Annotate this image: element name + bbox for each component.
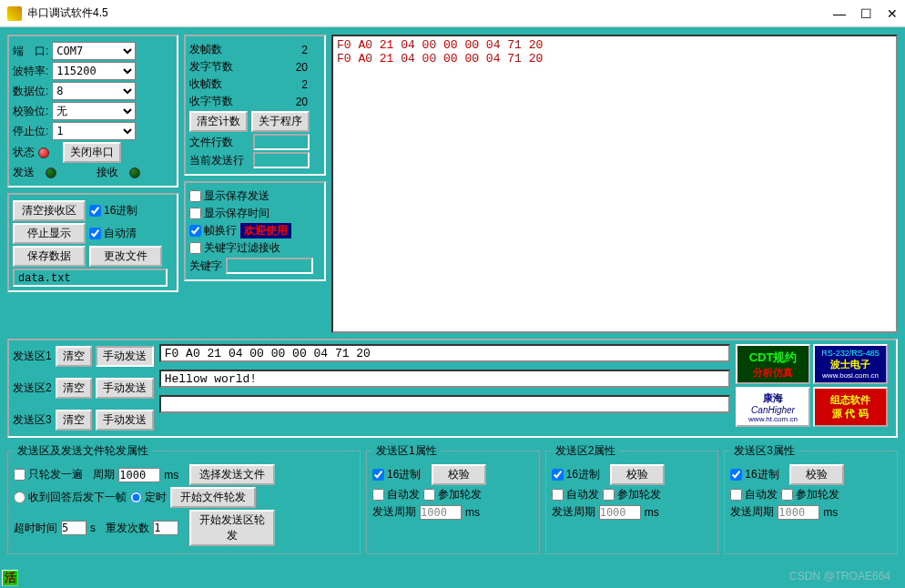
send-areas-panel: 发送区1清空手动发送 发送区2清空手动发送 发送区3清空手动发送 CDT规约分析… bbox=[7, 339, 898, 438]
frame-wrap-checkbox[interactable]: 帧换行 bbox=[189, 223, 237, 238]
area3-auto-checkbox[interactable]: 自动发 bbox=[730, 487, 778, 502]
timeout-input[interactable] bbox=[61, 521, 86, 535]
hex-recv-checkbox[interactable]: 16进制 bbox=[89, 203, 137, 218]
ad-source[interactable]: 组态软件源 代 码 bbox=[813, 387, 888, 427]
area2-props-group: 发送区2属性 16进制 校验 自动发参加轮发 发送周期ms bbox=[545, 443, 719, 554]
period-label: 周期 bbox=[93, 467, 115, 482]
port-select[interactable]: COM7 bbox=[52, 42, 136, 60]
status-led-icon bbox=[38, 147, 49, 158]
file-lines-label: 文件行数 bbox=[189, 135, 249, 150]
tx-bytes-label: 发字节数 bbox=[189, 59, 240, 75]
manual-send3-button[interactable]: 手动发送 bbox=[96, 410, 154, 431]
send-area3-label: 发送区3 bbox=[13, 412, 52, 428]
send-area2-input[interactable] bbox=[159, 370, 730, 388]
poll-legend: 发送区及发送文件轮发属性 bbox=[14, 443, 152, 459]
area2-auto-checkbox[interactable]: 自动发 bbox=[552, 487, 599, 502]
keyword-input[interactable] bbox=[226, 258, 313, 274]
area3-period-input bbox=[778, 505, 819, 520]
area2-check-button[interactable]: 校验 bbox=[610, 464, 665, 485]
retry-label: 重发次数 bbox=[106, 521, 149, 536]
area3-check-button[interactable]: 校验 bbox=[789, 464, 844, 485]
file-lines-value bbox=[253, 134, 310, 150]
filename-field[interactable]: data.txt bbox=[13, 269, 168, 287]
welcome-badge: 欢迎使用 bbox=[240, 223, 291, 238]
rx-bytes-label: 收字节数 bbox=[189, 94, 240, 109]
manual-send1-button[interactable]: 手动发送 bbox=[96, 346, 154, 367]
save-data-button[interactable]: 保存数据 bbox=[13, 246, 86, 267]
clear-area2-button[interactable]: 清空 bbox=[56, 378, 92, 399]
area1-props-group: 发送区1属性 16进制 校验 自动发参加轮发 发送周期ms bbox=[366, 443, 540, 554]
start-area-poll-button[interactable]: 开始发送区轮发 bbox=[189, 510, 275, 546]
timed-radio[interactable]: 定时 bbox=[130, 490, 167, 505]
area2-hex-checkbox[interactable]: 16进制 bbox=[552, 467, 600, 482]
reply-next-radio[interactable]: 收到回答后发下一帧 bbox=[14, 490, 127, 505]
databits-select[interactable]: 8 bbox=[52, 82, 136, 100]
stop-display-button[interactable]: 停止显示 bbox=[13, 223, 86, 244]
stopbits-label: 停止位: bbox=[13, 124, 48, 139]
period-input[interactable] bbox=[118, 468, 160, 482]
recv-led-label: 接收 bbox=[97, 165, 118, 180]
tx-frames-value: 2 bbox=[244, 44, 308, 56]
tx-bytes-value: 20 bbox=[244, 61, 308, 74]
area1-check-button[interactable]: 校验 bbox=[432, 464, 486, 485]
poll-settings-group: 发送区及发送文件轮发属性 只轮发一遍 周期 ms 选择发送文件 收到回答后发下一… bbox=[7, 443, 361, 554]
recv-controls-panel: 清空接收区16进制 停止显示自动清 保存数据更改文件 data.txt bbox=[7, 193, 178, 292]
area3-hex-checkbox[interactable]: 16进制 bbox=[730, 467, 778, 482]
close-port-button[interactable]: 关闭串口 bbox=[63, 142, 121, 163]
area1-period-input bbox=[420, 505, 462, 520]
close-button[interactable]: ✕ bbox=[887, 6, 898, 21]
send-area1-label: 发送区1 bbox=[13, 349, 52, 364]
rx-bytes-value: 20 bbox=[244, 96, 308, 108]
receive-textarea[interactable]: F0 A0 21 04 00 00 00 04 71 20 F0 A0 21 0… bbox=[331, 35, 898, 333]
ime-status-icon[interactable]: 活 bbox=[2, 570, 18, 586]
clear-recv-button[interactable]: 清空接收区 bbox=[13, 200, 86, 221]
baud-label: 波特率: bbox=[13, 64, 48, 79]
change-file-button[interactable]: 更改文件 bbox=[89, 246, 162, 267]
baud-select[interactable]: 115200 bbox=[52, 62, 136, 80]
show-save-send-checkbox[interactable]: 显示保存发送 bbox=[189, 188, 269, 204]
clear-count-button[interactable]: 清空计数 bbox=[189, 111, 248, 132]
port-label: 端 口: bbox=[13, 44, 48, 59]
poll-once-checkbox[interactable]: 只轮发一遍 bbox=[14, 467, 83, 482]
send-area2-label: 发送区2 bbox=[13, 380, 52, 396]
area1-hex-checkbox[interactable]: 16进制 bbox=[372, 467, 421, 482]
send-area3-input[interactable] bbox=[159, 395, 730, 413]
cur-send-value bbox=[253, 152, 310, 168]
keyword-filter-checkbox[interactable]: 关键字过滤接收 bbox=[189, 240, 280, 256]
stopbits-select[interactable]: 1 bbox=[52, 122, 136, 140]
parity-label: 校验位: bbox=[13, 104, 48, 119]
titlebar: 串口调试软件4.5 — ☐ ✕ bbox=[0, 0, 905, 27]
area1-join-checkbox[interactable]: 参加轮发 bbox=[423, 487, 482, 502]
keyword-label: 关键字 bbox=[189, 259, 222, 274]
auto-clear-checkbox[interactable]: 自动清 bbox=[89, 226, 137, 241]
area3-props-group: 发送区3属性 16进制 校验 自动发参加轮发 发送周期ms bbox=[724, 443, 898, 554]
retry-input[interactable] bbox=[153, 521, 178, 535]
rx-frames-label: 收帧数 bbox=[189, 76, 240, 92]
area1-auto-checkbox[interactable]: 自动发 bbox=[372, 487, 420, 502]
start-file-poll-button[interactable]: 开始文件轮发 bbox=[170, 487, 256, 508]
app-icon bbox=[7, 6, 22, 21]
status-label: 状态 bbox=[13, 145, 35, 160]
clear-area1-button[interactable]: 清空 bbox=[56, 346, 92, 367]
maximize-button[interactable]: ☐ bbox=[860, 6, 872, 21]
area2-join-checkbox[interactable]: 参加轮发 bbox=[603, 487, 661, 502]
clear-area3-button[interactable]: 清空 bbox=[56, 410, 92, 431]
recv-options-panel: 显示保存发送 显示保存时间 帧换行欢迎使用 关键字过滤接收 关键字 bbox=[184, 181, 326, 281]
manual-send2-button[interactable]: 手动发送 bbox=[96, 378, 154, 399]
tx-frames-label: 发帧数 bbox=[189, 42, 240, 57]
select-file-button[interactable]: 选择发送文件 bbox=[189, 464, 275, 485]
cur-send-label: 当前发送行 bbox=[189, 153, 249, 168]
parity-select[interactable]: 无 bbox=[52, 102, 136, 120]
stats-panel: 发帧数2 发字节数20 收帧数2 收字节数20 清空计数关于程序 文件行数 当前… bbox=[184, 35, 326, 176]
about-button[interactable]: 关于程序 bbox=[251, 111, 310, 132]
area2-period-input bbox=[599, 505, 641, 520]
ad-cdt[interactable]: CDT规约分析仿真 bbox=[736, 344, 810, 384]
window-title: 串口调试软件4.5 bbox=[27, 5, 108, 21]
show-save-time-checkbox[interactable]: 显示保存时间 bbox=[189, 206, 269, 221]
rx-frames-value: 2 bbox=[244, 78, 308, 91]
ad-bosi[interactable]: RS-232/RS-485波士电子www.bosi.com.cn bbox=[813, 344, 888, 384]
ad-canhigher[interactable]: 康海CanHigherwww.ht.com.cn bbox=[736, 387, 810, 427]
minimize-button[interactable]: — bbox=[833, 6, 846, 21]
send-area1-input[interactable] bbox=[159, 344, 730, 362]
area3-join-checkbox[interactable]: 参加轮发 bbox=[781, 487, 839, 502]
